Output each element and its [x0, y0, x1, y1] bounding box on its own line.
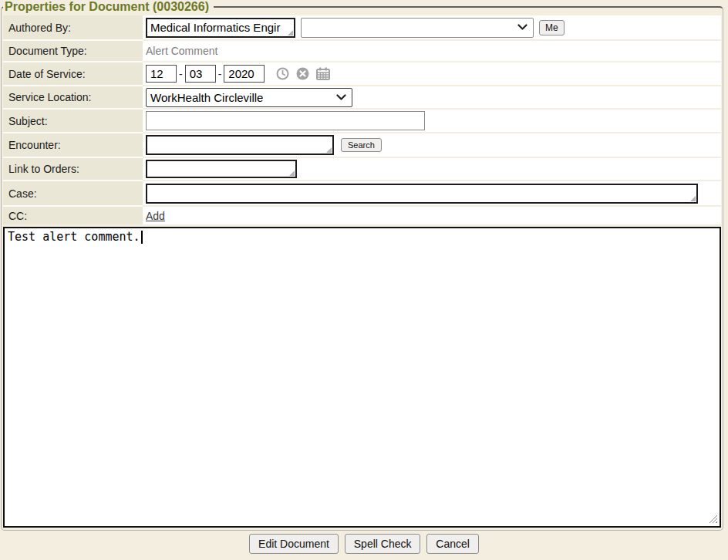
row-date-of-service: Date of Service: - -	[3, 62, 721, 85]
clock-icon[interactable]	[276, 67, 289, 80]
spell-check-button[interactable]: Spell Check	[345, 534, 421, 554]
service-location-select[interactable]: WorkHealth Circleville	[146, 88, 352, 107]
row-service-location: Service Location: WorkHealth Circleville	[3, 86, 721, 108]
row-authored-by: Authored By: Me	[3, 15, 721, 39]
calendar-icon[interactable]	[316, 67, 330, 80]
cc-label: CC:	[3, 207, 143, 224]
document-type-value: Alert Comment	[146, 45, 217, 57]
row-case: Case:	[3, 181, 721, 205]
row-link-to-orders: Link to Orders:	[3, 158, 721, 180]
document-body-textarea[interactable]: Test alert comment.	[3, 227, 721, 528]
document-properties-panel: Properties for Document (0030266) Author…	[1, 0, 723, 531]
service-location-label: Service Location:	[3, 86, 143, 108]
date-of-service-label: Date of Service:	[3, 62, 143, 85]
date-separator: -	[179, 68, 183, 80]
document-type-label: Document Type:	[3, 41, 143, 61]
page-title: Properties for Document (0030266)	[3, 0, 214, 14]
case-label: Case:	[3, 181, 143, 205]
date-separator: -	[218, 68, 222, 80]
date-year-input[interactable]	[224, 65, 265, 83]
me-button[interactable]: Me	[539, 20, 565, 35]
row-subject: Subject:	[3, 110, 721, 132]
row-cc: CC: Add	[3, 207, 721, 224]
cc-add-link[interactable]: Add	[146, 210, 165, 222]
encounter-label: Encounter:	[3, 133, 143, 157]
encounter-input[interactable]	[146, 135, 334, 155]
encounter-search-button[interactable]: Search	[341, 138, 382, 152]
authored-by-input[interactable]	[146, 18, 295, 38]
subject-label: Subject:	[3, 110, 143, 132]
authored-by-assistant-select[interactable]	[301, 18, 534, 38]
row-encounter: Encounter: Search	[3, 133, 721, 157]
date-month-input[interactable]	[146, 65, 177, 83]
row-document-type: Document Type: Alert Comment	[3, 41, 721, 61]
footer-button-bar: Edit Document Spell Check Cancel	[0, 534, 728, 554]
document-body-container: Test alert comment.	[3, 227, 721, 528]
link-to-orders-label: Link to Orders:	[3, 158, 143, 180]
case-input[interactable]	[146, 184, 698, 204]
link-to-orders-input[interactable]	[146, 160, 297, 178]
edit-document-button[interactable]: Edit Document	[249, 534, 339, 554]
clear-icon[interactable]	[296, 67, 309, 80]
authored-by-label: Authored By:	[3, 15, 143, 39]
cancel-button[interactable]: Cancel	[426, 534, 479, 554]
date-day-input[interactable]	[185, 65, 216, 83]
subject-input[interactable]	[146, 111, 425, 130]
properties-form: Authored By: Me Document Typ	[3, 15, 721, 224]
